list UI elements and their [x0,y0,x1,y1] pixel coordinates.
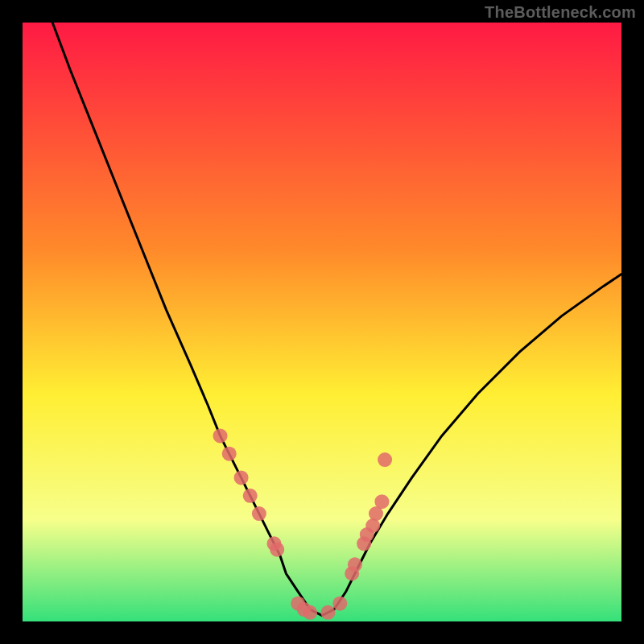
bottleneck-chart [23,23,621,621]
marker-point [303,605,317,620]
marker-point [252,506,266,521]
watermark-label: TheBottleneck.com [485,3,636,22]
marker-point [243,489,258,503]
marker-point [213,428,228,443]
marker-point [332,597,347,611]
chart-frame [23,23,621,621]
marker-point [222,447,237,461]
marker-point [374,494,389,509]
marker-point [270,543,284,557]
marker-point [348,557,362,572]
marker-point [378,452,392,467]
marker-point [234,470,249,485]
marker-point [320,605,335,620]
gradient-background [23,23,621,621]
